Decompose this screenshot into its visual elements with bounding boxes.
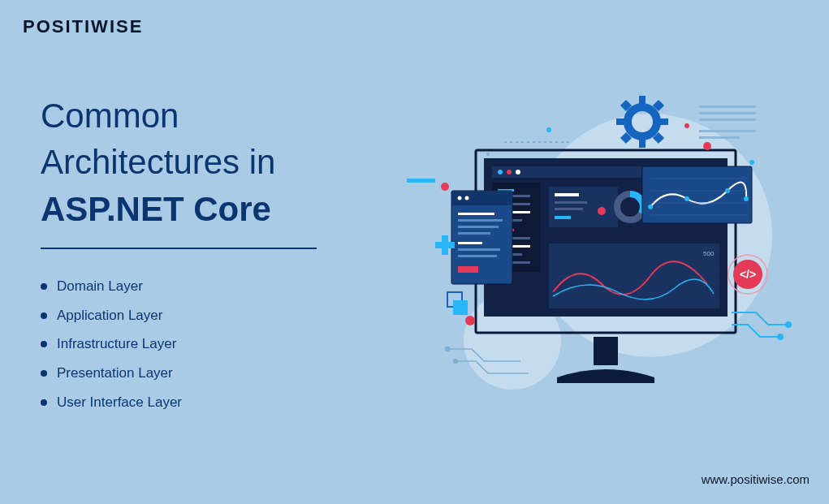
svg-rect-39 <box>555 201 587 204</box>
svg-rect-3 <box>639 96 645 106</box>
svg-rect-15 <box>699 136 740 139</box>
brand-logo: POSITIWISE <box>23 16 143 37</box>
svg-rect-40 <box>555 208 583 210</box>
svg-rect-59 <box>458 248 500 251</box>
svg-rect-58 <box>458 242 482 244</box>
svg-rect-57 <box>458 232 490 235</box>
svg-rect-55 <box>458 219 503 222</box>
svg-rect-13 <box>699 118 756 121</box>
svg-rect-14 <box>699 130 756 132</box>
svg-point-84 <box>441 183 449 191</box>
svg-rect-38 <box>555 193 579 196</box>
website-url: www.positiwise.com <box>702 472 810 486</box>
svg-rect-72 <box>435 242 455 248</box>
svg-text:</>: </> <box>740 268 756 281</box>
svg-point-85 <box>703 142 711 150</box>
svg-point-81 <box>446 347 450 351</box>
svg-point-66 <box>744 196 749 201</box>
svg-rect-61 <box>458 266 478 273</box>
title-line-3: ASP.NET Core <box>41 187 317 249</box>
list-item: Application Layer <box>41 301 365 330</box>
svg-point-80 <box>778 334 783 339</box>
popup-card-icon <box>451 191 512 284</box>
svg-point-82 <box>454 360 458 364</box>
svg-rect-5 <box>616 118 626 125</box>
svg-point-87 <box>749 160 754 165</box>
list-item: Infrastructure Layer <box>41 330 365 359</box>
dashboard-illustration: 500 <box>407 73 797 430</box>
svg-point-23 <box>516 170 520 174</box>
list-item: Domain Layer <box>41 272 365 301</box>
line-chart-card-icon <box>642 166 752 223</box>
svg-point-86 <box>546 127 551 132</box>
svg-rect-73 <box>407 179 435 183</box>
svg-rect-54 <box>458 213 494 215</box>
architecture-layers-list: Domain Layer Application Layer Infrastru… <box>41 272 365 416</box>
svg-point-53 <box>465 196 469 200</box>
svg-point-52 <box>458 196 462 200</box>
svg-point-21 <box>498 170 503 174</box>
list-item: User Interface Layer <box>41 388 365 417</box>
svg-rect-56 <box>458 226 499 228</box>
svg-rect-6 <box>658 118 668 125</box>
svg-point-64 <box>684 196 689 201</box>
list-item: Presentation Layer <box>41 359 365 388</box>
svg-point-79 <box>786 322 791 327</box>
svg-rect-75 <box>453 300 468 315</box>
svg-point-42 <box>598 207 606 215</box>
svg-rect-41 <box>555 216 571 219</box>
svg-text:500: 500 <box>703 250 715 257</box>
code-icon: </> <box>733 260 762 289</box>
svg-point-83 <box>465 316 475 325</box>
svg-rect-62 <box>642 166 752 223</box>
title-line-2: Architectures in <box>41 140 365 186</box>
svg-rect-19 <box>594 337 618 365</box>
svg-rect-60 <box>458 255 497 257</box>
svg-rect-12 <box>699 112 756 114</box>
main-content: Common Architectures in ASP.NET Core Dom… <box>41 93 365 417</box>
svg-point-88 <box>486 153 490 156</box>
svg-point-22 <box>507 170 512 174</box>
svg-rect-37 <box>549 187 618 227</box>
svg-point-63 <box>648 205 653 209</box>
svg-rect-4 <box>639 138 645 148</box>
title-line-1: Common <box>41 93 365 140</box>
svg-point-16 <box>684 123 689 128</box>
svg-rect-11 <box>699 106 756 108</box>
